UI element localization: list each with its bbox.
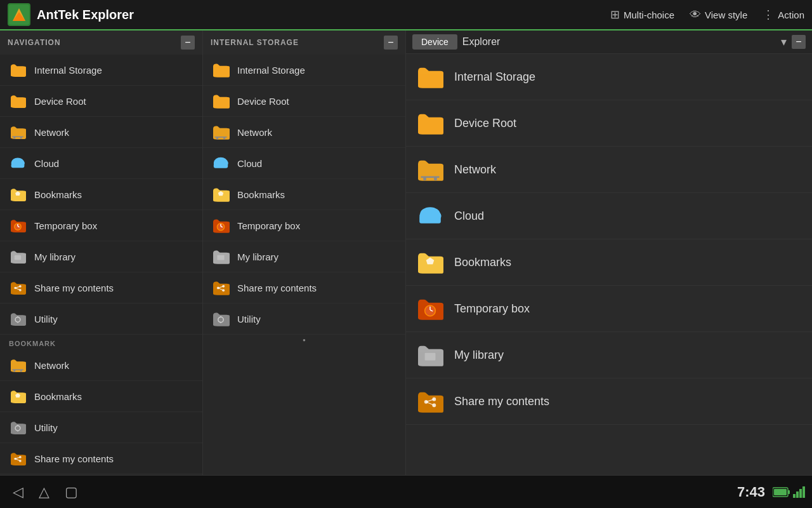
svg-rect-28	[12, 317, 23, 325]
recents-button[interactable]: ▢	[65, 484, 78, 500]
nav-label-internal-storage: Internal Storage	[34, 65, 102, 76]
right-icon-cloud	[416, 202, 444, 230]
svg-rect-104	[796, 491, 799, 498]
svg-rect-21	[15, 255, 21, 260]
mid-item-bookmarks[interactable]: Bookmarks	[203, 179, 405, 210]
mid-item-temporary-box[interactable]: Temporary box	[203, 210, 405, 241]
nav-icon-network	[9, 123, 27, 141]
device-tab[interactable]: Device	[412, 34, 457, 50]
dropdown-arrow-icon[interactable]: ▾	[781, 35, 787, 49]
left-bm-item-bm-bookmarks[interactable]: Bookmarks	[0, 381, 202, 412]
svg-rect-105	[799, 489, 802, 498]
mid-icon-device-root	[212, 92, 230, 110]
left-nav-item-my-library[interactable]: My library	[0, 241, 202, 272]
right-label-share-my-contents: Share my contents	[454, 395, 549, 408]
svg-rect-79	[421, 177, 439, 178]
left-nav-item-internal-storage[interactable]: Internal Storage	[0, 55, 202, 86]
left-nav-item-cloud[interactable]: Cloud	[0, 148, 202, 179]
svg-point-53	[223, 137, 225, 139]
mid-item-share-my-contents[interactable]: Share my contents	[203, 272, 405, 304]
svg-rect-13	[11, 163, 25, 168]
bm-icon-bm-bookmarks	[9, 387, 27, 405]
mid-icon-cloud	[212, 154, 230, 172]
mid-icon-temporary-box	[212, 217, 230, 234]
right-icon-bookmarks	[416, 248, 444, 276]
right-icon-internal-storage	[416, 63, 444, 91]
svg-point-80	[423, 177, 426, 180]
svg-point-35	[20, 370, 22, 372]
left-nav-item-temporary-box[interactable]: Temporary box	[0, 210, 202, 241]
svg-point-52	[216, 137, 218, 139]
action-icon: ⋮	[763, 8, 774, 22]
svg-rect-102	[774, 489, 787, 495]
left-nav-item-utility[interactable]: Utility	[0, 304, 202, 335]
svg-rect-48	[214, 68, 227, 77]
multichoice-button[interactable]: ⊞ Multi-choice	[610, 8, 674, 22]
mid-icon-internal-storage	[212, 61, 230, 79]
left-bm-item-bm-network[interactable]: Network	[0, 350, 202, 381]
viewstyle-button[interactable]: 👁 View style	[690, 8, 747, 22]
bm-label-bm-utility: Utility	[34, 422, 58, 433]
left-bm-item-bm-share[interactable]: Share my contents	[0, 443, 202, 474]
right-icon-share-my-contents	[416, 387, 444, 415]
nav-icon-my-library	[9, 248, 27, 265]
mid-item-utility[interactable]: Utility	[203, 304, 405, 335]
svg-rect-57	[214, 163, 228, 168]
right-panel-header: Device Explorer ▾ −	[406, 30, 812, 54]
left-nav-item-device-root[interactable]: Device Root	[0, 86, 202, 117]
left-nav-item-bookmarks[interactable]: Bookmarks	[0, 179, 202, 210]
mid-panel: Internal Storage − Internal Storage Devi…	[203, 30, 406, 475]
mid-icon-bookmarks	[212, 185, 230, 203]
mid-label-temporary-box: Temporary box	[237, 220, 300, 231]
nav-icon-utility	[9, 310, 27, 328]
nav-label-temporary-box: Temporary box	[34, 220, 97, 231]
svg-rect-38	[12, 425, 23, 434]
svg-rect-7	[12, 137, 23, 138]
nav-label-network: Network	[34, 127, 69, 138]
battery-icon	[773, 486, 790, 498]
svg-rect-65	[217, 255, 224, 260]
svg-point-8	[13, 137, 15, 139]
home-button[interactable]: △	[39, 484, 49, 500]
left-nav-items: Internal Storage Device Root Network	[0, 55, 202, 335]
svg-rect-103	[793, 494, 796, 498]
right-item-bookmarks[interactable]: Bookmarks	[406, 239, 812, 286]
right-item-my-library[interactable]: My library	[406, 332, 812, 378]
right-label-bookmarks: Bookmarks	[454, 256, 511, 269]
nav-icon-share-my-contents	[9, 279, 27, 297]
mid-item-cloud[interactable]: Cloud	[203, 148, 405, 179]
right-item-share-my-contents[interactable]: Share my contents	[406, 378, 812, 425]
right-icon-network	[416, 156, 444, 184]
nav-label-my-library: My library	[34, 251, 75, 262]
mid-item-network[interactable]: Network	[203, 117, 405, 148]
right-item-device-root[interactable]: Device Root	[406, 100, 812, 147]
mid-item-device-root[interactable]: Device Root	[203, 86, 405, 117]
action-button[interactable]: ⋮ Action	[763, 8, 804, 22]
svg-rect-5	[12, 99, 23, 107]
page-indicator: ●	[203, 335, 405, 345]
mid-icon-utility	[212, 310, 230, 328]
left-nav-item-share-my-contents[interactable]: Share my contents	[0, 272, 202, 304]
status-icons	[773, 486, 812, 498]
mid-item-internal-storage[interactable]: Internal Storage	[203, 55, 405, 86]
bm-icon-bm-share	[9, 450, 27, 467]
mid-panel-collapse[interactable]: −	[384, 36, 398, 50]
bm-label-bm-bookmarks: Bookmarks	[34, 391, 82, 402]
right-panel: Device Explorer ▾ − Internal Storage Dev…	[406, 30, 812, 475]
left-panel-collapse[interactable]: −	[181, 36, 195, 50]
svg-rect-33	[12, 370, 23, 371]
nav-icon-device-root	[9, 92, 27, 110]
left-nav-item-network[interactable]: Network	[0, 117, 202, 148]
mid-item-my-library[interactable]: My library	[203, 241, 405, 272]
right-item-cloud[interactable]: Cloud	[406, 193, 812, 239]
right-panel-collapse[interactable]: −	[792, 35, 806, 49]
left-bm-item-bm-utility[interactable]: Utility	[0, 412, 202, 443]
nav-icon-internal-storage	[9, 61, 27, 79]
clock: 7:43	[737, 484, 773, 500]
right-item-network[interactable]: Network	[406, 147, 812, 193]
svg-rect-72	[214, 317, 227, 326]
right-item-temporary-box[interactable]: Temporary box	[406, 286, 812, 332]
right-item-internal-storage[interactable]: Internal Storage	[406, 54, 812, 100]
back-button[interactable]: ◁	[13, 484, 23, 500]
main-content: Navigation − Internal Storage Device Roo…	[0, 30, 812, 475]
